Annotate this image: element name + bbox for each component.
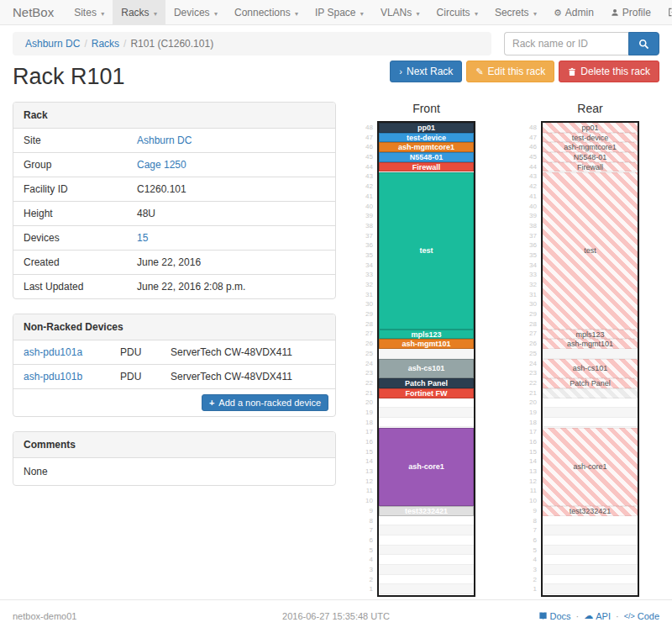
rack-device[interactable] [543,388,638,398]
rack-device[interactable]: pp01 [379,123,474,133]
nav-item-connections[interactable]: Connections ▾ [226,0,307,24]
chevron-down-icon: ▾ [533,10,537,18]
unit-number: 38 [523,221,541,231]
nav-item-devices[interactable]: Devices ▾ [165,0,226,24]
rack-device[interactable]: test [543,172,638,330]
rack-device[interactable]: mpls123 [379,330,474,340]
rack-device[interactable]: ash-cs101 [379,359,474,378]
unit-number: 46 [360,142,377,152]
unit-number: 35 [523,251,541,261]
rack-device[interactable]: ash-mgmt101 [543,339,638,349]
rack-device[interactable]: Firewall [379,162,474,172]
rack-device[interactable]: ash-mgmtcore1 [543,142,638,152]
empty-unit [379,575,474,585]
unit-number: 20 [523,398,541,408]
nav-item-profile[interactable]: Profile [602,0,659,24]
rack-elevations: Front 4847464544434241403938373635343332… [360,102,639,599]
edit-rack-button[interactable]: ✎ Edit this rack [466,61,554,82]
unit-number: 3 [523,565,541,575]
rack-panel: Rack SiteAshburn DCGroupCage 1250Facilit… [13,102,336,299]
rack-device[interactable]: N5548-01 [543,152,638,162]
attr-value-link[interactable]: 15 [137,232,148,244]
unit-number: 34 [360,261,377,271]
nav-item-circuits[interactable]: Circuits ▾ [428,0,486,24]
footer-link-code[interactable]: </>Code [624,611,659,621]
unit-number: 5 [523,546,541,556]
rack-device[interactable]: Firewall [543,162,638,172]
unit-number: 25 [360,349,377,359]
rack-device[interactable]: test3232421 [379,506,474,516]
unit-number: 29 [360,309,377,319]
nav-item-ip-space[interactable]: IP Space ▾ [307,0,372,24]
rack-device[interactable]: ash-cs101 [543,359,638,378]
unit-number: 39 [523,211,541,221]
book-icon [538,611,548,620]
page-title: Rack R101 [13,64,125,90]
unit-number: 38 [360,221,377,231]
unit-number: 16 [523,437,541,447]
attr-value: Cage 1250 [127,153,197,177]
rack-device[interactable]: Patch Panel [379,378,474,388]
rack-device[interactable]: Patch Panel [543,378,638,388]
rack-attr-row: CreatedJune 22, 2016 [13,251,335,275]
unit-number: 42 [523,182,541,192]
empty-unit [543,398,638,408]
unit-number: 5 [360,546,377,556]
front-rack: pp01test-deviceash-mgmtcore1N5548-01Fire… [377,121,475,597]
rack-attr-row: Devices15 [13,226,335,251]
nav-item-secrets[interactable]: Secrets ▾ [486,0,545,24]
rack-device[interactable]: N5548-01 [379,152,474,162]
device-link[interactable]: ash-pdu101b [24,371,82,382]
cloud-icon: ☁ [584,610,593,621]
rack-device[interactable]: test3232421 [543,506,638,516]
attr-value-link[interactable]: Ashburn DC [137,135,192,146]
unit-number: 4 [360,555,377,565]
nav-item-log-out[interactable]: Log out [659,0,672,24]
rack-device[interactable]: pp01 [543,123,638,133]
attr-label: Height [13,202,127,225]
breadcrumb-item[interactable]: Racks [92,38,119,50]
code-icon: </> [624,612,635,620]
rack-device[interactable]: Fortinet FW [379,388,474,398]
breadcrumb-item[interactable]: Ashburn DC [25,38,80,50]
unit-number: 40 [523,202,541,212]
rack-device[interactable]: ash-mgmt101 [379,339,474,349]
rack-device[interactable]: test [379,172,474,330]
device-link[interactable]: ash-pdu101a [24,346,82,358]
nav-item-sites[interactable]: Sites ▾ [66,0,113,24]
nonracked-panel: Non-Racked Devices ash-pdu101aPDUServerT… [13,314,336,417]
empty-unit [379,555,474,565]
empty-unit [543,546,638,556]
rack-device[interactable]: ash-core1 [379,428,474,507]
add-nonracked-device-button[interactable]: + Add a non-racked device [202,394,328,411]
search-input[interactable] [504,32,628,55]
search-button[interactable] [628,32,659,55]
nonracked-device-row: ash-pdu101aPDUServerTech CW-48VDX411 [13,340,335,365]
front-elevation: Front 4847464544434241403938373635343332… [360,102,475,599]
log-out-icon [668,8,672,17]
footer-link-docs[interactable]: Docs [538,611,571,621]
attr-value-link[interactable]: Cage 1250 [137,159,186,171]
unit-number: 27 [523,329,541,339]
nav-item-racks[interactable]: Racks ▾ [113,0,165,24]
netbox-brand[interactable]: NetBox [0,0,66,24]
empty-unit [379,584,474,594]
plus-icon: + [209,398,214,408]
delete-rack-button[interactable]: Delete this rack [559,61,659,82]
rack-device[interactable]: ash-core1 [543,428,638,507]
rack-attr-row: Facility IDC1260.101 [13,177,335,202]
rack-device[interactable]: mpls123 [543,330,638,340]
unit-number: 25 [523,349,541,359]
unit-number: 35 [360,251,377,261]
nav-item-vlans[interactable]: VLANs ▾ [372,0,428,24]
empty-unit [379,516,474,526]
rack-device[interactable]: test-device [379,133,474,143]
attr-value: June 22, 2016 [127,251,211,274]
rack-actions: › Next Rack ✎ Edit this rack Delete this… [390,59,659,82]
next-rack-button[interactable]: › Next Rack [390,61,462,82]
rack-device[interactable]: test-device [543,133,638,143]
rack-device[interactable]: ash-mgmtcore1 [379,142,474,152]
footer-separator: · [616,611,619,621]
footer-link-api[interactable]: ☁API [584,610,611,621]
nav-item-admin[interactable]: ⚙Admin [545,0,602,24]
